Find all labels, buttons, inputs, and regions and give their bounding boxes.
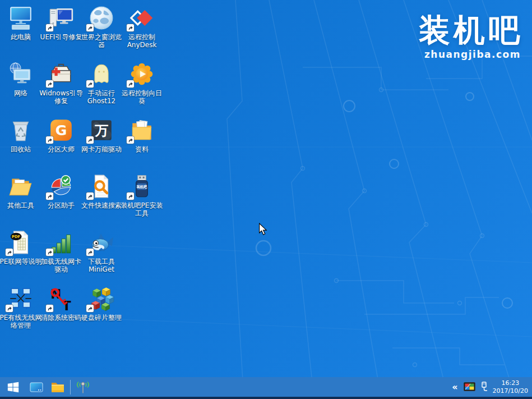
world-window-browser-icon — [88, 4, 115, 31]
open-folder-icon — [7, 173, 34, 200]
shortcut-arrow-icon — [46, 136, 53, 144]
icon-label: 手动运行Ghost12 — [79, 89, 124, 106]
brand-logo: 装机吧 zhuangjiba.com — [419, 15, 523, 60]
sunflower-icon — [128, 61, 155, 88]
shortcut-arrow-icon — [127, 80, 134, 88]
desktop-icon-pe-network-manager[interactable]: PE有线无线网络管理 — [1, 284, 41, 340]
desktop-icon-nic-driver[interactable]: 万 网卡万能驱动 — [81, 116, 122, 172]
desktop-icon-sunflower[interactable]: 远程控制向日葵 — [122, 59, 162, 116]
icon-label: 此电脑 — [0, 33, 43, 41]
icon-label: 分区助手 — [39, 201, 84, 209]
icon-label: 清除系统密码 — [39, 314, 84, 322]
icon-label: Widnows引导修复 — [39, 89, 84, 106]
brand-domain: zhuangjiba.com — [419, 49, 523, 60]
tray-expand-button[interactable]: « — [452, 383, 457, 392]
icon-label: PE联网等说明 — [0, 258, 43, 265]
wireless-antenna-button[interactable] — [72, 377, 94, 397]
desktop-icon-anydesk[interactable]: 远程控制AnyDesk — [122, 3, 162, 59]
desktop-icon-clear-password[interactable]: N T 清除系统密码 — [41, 284, 81, 340]
file-search-icon — [88, 173, 115, 200]
usb-drive-icon: 装机吧 — [128, 173, 155, 200]
shortcut-arrow-icon — [46, 305, 53, 312]
desktop-icon-wireless-driver[interactable]: 加载无线网卡驱动 — [41, 228, 81, 284]
tray-clock[interactable]: 16:23 2017/10/20 — [493, 379, 528, 394]
shortcut-arrow-icon — [86, 249, 94, 256]
desktop-icon-pe-installer[interactable]: 装机吧 装机吧PE安装工具 — [122, 172, 162, 228]
ghost-icon — [88, 61, 115, 88]
desktop-icon-file-search[interactable]: 文件快速搜索 — [81, 172, 122, 228]
tray-date: 2017/10/20 — [493, 387, 528, 395]
desktop-icon-uefi-boot-repair[interactable]: UEFI引导修复 — [41, 3, 81, 59]
icon-label: 下载工具MiniGet — [79, 258, 124, 274]
display-color-tray-icon[interactable] — [464, 382, 475, 392]
shortcut-arrow-icon — [6, 249, 13, 256]
system-tray: « 16:23 — [452, 379, 532, 394]
desktop-icon-partition-assistant[interactable]: 分区助手 — [41, 172, 81, 228]
windows-logo-icon — [6, 380, 20, 394]
desktop-icon-other-tools[interactable]: 其他工具 — [1, 172, 41, 228]
mouse-cursor — [258, 223, 267, 235]
start-button[interactable] — [0, 377, 26, 397]
desktop-icon-defrag[interactable]: 硬盘碎片整理 — [81, 284, 122, 340]
desktop-icon-pdf-guide[interactable]: PDF PE联网等说明 — [1, 228, 41, 284]
shortcut-arrow-icon — [86, 192, 94, 200]
uefi-boot-repair-icon — [48, 4, 75, 31]
icon-label: 装机吧PE安装工具 — [119, 201, 164, 218]
nt-key-icon: N T — [48, 285, 75, 312]
shortcut-arrow-icon — [86, 305, 94, 312]
signal-bars-icon — [48, 229, 75, 256]
desktop-icon-partition-master[interactable]: G 分区大师 — [41, 116, 81, 172]
desktop-icon-grid: 此电脑 UEFI引导修复 — [1, 3, 162, 340]
shortcut-arrow-icon — [86, 80, 94, 88]
recycle-bin-icon — [7, 117, 34, 144]
usb-device-tray-icon[interactable] — [480, 382, 488, 392]
desktop-icon-recycle-bin[interactable]: 回收站 — [1, 116, 41, 172]
network-icon — [7, 61, 34, 88]
desktop-icon-miniget[interactable]: 下载工具MiniGet — [81, 228, 122, 284]
icon-label: 网络 — [0, 89, 43, 97]
desktop-wallpaper[interactable]: 装机吧 zhuangjiba.com 此电脑 — [0, 0, 532, 399]
shortcut-arrow-icon — [6, 305, 13, 312]
anydesk-icon — [128, 4, 155, 31]
documents-folder-icon — [128, 117, 155, 144]
tray-time: 16:23 — [493, 379, 528, 387]
svg-text:G: G — [55, 122, 67, 139]
desktop-icon-this-pc[interactable]: 此电脑 — [1, 3, 41, 59]
pdf-document-icon: PDF — [7, 229, 34, 256]
antenna-icon — [75, 380, 91, 395]
shortcut-arrow-icon — [46, 192, 53, 200]
svg-text:万: 万 — [94, 123, 108, 139]
shortcut-arrow-icon — [46, 24, 53, 31]
icon-label: 分区大师 — [39, 145, 84, 153]
defrag-cubes-icon — [88, 285, 115, 312]
brand-title: 装机吧 — [419, 15, 523, 46]
toolbox-repair-icon — [48, 61, 75, 88]
icon-label: 世界之窗浏览器 — [79, 33, 124, 49]
this-pc-icon — [7, 4, 34, 31]
file-explorer-button[interactable] — [47, 377, 68, 397]
desktop-icon-windows-boot-repair[interactable]: Widnows引导修复 — [41, 59, 81, 116]
icon-label: 回收站 — [0, 145, 43, 153]
network-topology-icon — [7, 285, 34, 312]
shortcut-arrow-icon — [127, 136, 134, 144]
icon-label: 文件快速搜索 — [79, 201, 124, 209]
svg-text:PDF: PDF — [12, 235, 21, 239]
icon-label: 加载无线网卡驱动 — [39, 258, 84, 274]
shortcut-arrow-icon — [86, 24, 94, 31]
icon-label: PE有线无线网络管理 — [0, 314, 43, 330]
shortcut-arrow-icon — [46, 80, 53, 88]
desktop-icon-documents[interactable]: 资料 — [122, 116, 162, 172]
desktop-icon-network[interactable]: 网络 — [1, 59, 41, 116]
partition-master-icon: G — [48, 117, 75, 144]
shark-icon — [88, 229, 115, 256]
show-desktop-button[interactable] — [26, 377, 47, 397]
taskbar: « 16:23 — [0, 377, 532, 399]
icon-label: 网卡万能驱动 — [79, 145, 124, 153]
icon-label: 硬盘碎片整理 — [79, 314, 124, 322]
nic-driver-icon: 万 — [88, 117, 115, 144]
shortcut-arrow-icon — [127, 192, 134, 200]
shortcut-arrow-icon — [86, 136, 94, 144]
shortcut-arrow-icon — [46, 249, 53, 256]
desktop-icon-world-window-browser[interactable]: 世界之窗浏览器 — [81, 3, 122, 59]
desktop-icon-ghost12[interactable]: 手动运行Ghost12 — [81, 59, 122, 116]
